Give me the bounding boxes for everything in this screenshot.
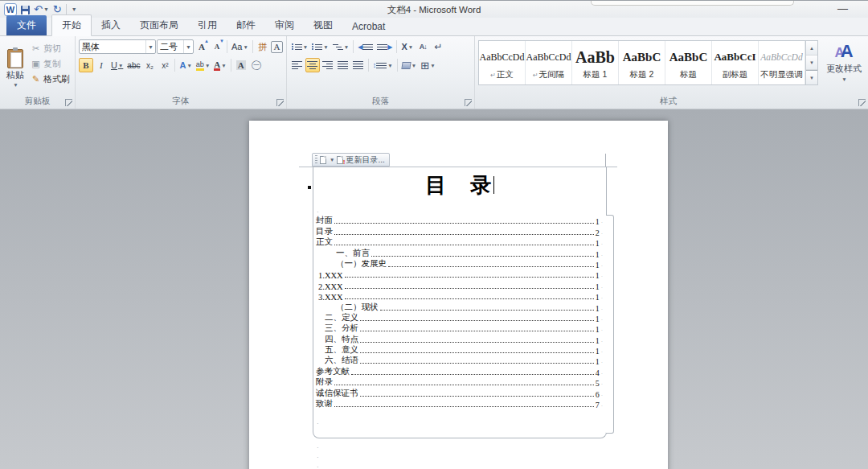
toc-entry-text: 封面 (316, 215, 333, 226)
dot-leader (360, 396, 594, 397)
style-chip-正文[interactable]: AaBbCcDd↵正文 (479, 41, 526, 84)
bullets-button[interactable]: ▼ (290, 39, 309, 54)
text-effects-button[interactable]: A▼ (178, 58, 193, 72)
tab-5[interactable]: 邮件 (227, 15, 265, 35)
justify-button[interactable] (336, 58, 350, 72)
change-styles-icon: AA (834, 43, 853, 63)
toc-entry[interactable]: 诚信保证书6· (316, 388, 603, 398)
toc-entry[interactable]: （二）现状1· (316, 302, 603, 312)
toc-entry[interactable]: 一、前言1· (316, 248, 603, 258)
ribbon-tab-bar: 文件 开始插入页面布局引用邮件审阅视图Acrobat (0, 18, 868, 36)
numbering-button[interactable]: ▼ (310, 39, 330, 54)
toc-entry[interactable]: 致谢7· (316, 399, 603, 409)
document-canvas: ▼ 更新目录... 目 录 · 封面1·目录2·正文1·一、前言1·（一）发展史… (0, 109, 868, 469)
style-chip-无间隔[interactable]: AaBbCcDd↵无间隔 (526, 41, 572, 84)
subscript-button[interactable]: x₂ (142, 58, 157, 72)
shading-button[interactable]: ▼ (400, 58, 418, 72)
change-styles-button[interactable]: AA 更改样式 ▼ (821, 39, 866, 95)
character-border-button[interactable]: A (271, 41, 283, 53)
multilevel-list-button[interactable]: ▼ (331, 39, 350, 54)
align-center-button[interactable] (305, 58, 320, 72)
style-chip-标题[interactable]: AaBbC标题 (665, 41, 712, 84)
style-sample: AaBbCcDd (526, 45, 571, 69)
dot-leader (380, 310, 594, 311)
tab-2[interactable]: 插入 (92, 15, 130, 35)
toc-entry[interactable]: 正文1· (316, 237, 603, 248)
superscript-button[interactable]: x² (158, 58, 172, 72)
increase-indent-button[interactable]: ▶ (375, 39, 394, 54)
dialog-launcher-icon[interactable] (858, 99, 866, 106)
toc-entry[interactable]: 五、意义1· (316, 345, 603, 356)
phonetic-guide-button[interactable]: 拼 (256, 39, 270, 54)
format-painter-button[interactable]: ✎格式刷 (29, 72, 72, 86)
grow-font-button[interactable]: A▲ (194, 39, 209, 54)
style-chip-标题 2[interactable]: AaBbC标题 2 (619, 41, 665, 84)
gallery-scroll-up-icon[interactable]: ▲ (806, 41, 817, 56)
highlight-color-button[interactable]: ab▼ (194, 58, 211, 72)
document-page[interactable]: ▼ 更新目录... 目 录 · 封面1·目录2·正文1·一、前言1·（一）发展史… (249, 121, 668, 469)
strikethrough-button[interactable]: abc (125, 58, 141, 72)
dialog-launcher-icon[interactable] (276, 99, 284, 106)
toc-entry[interactable]: 1.XXX1· (316, 269, 603, 280)
style-chip-不明显强调[interactable]: AaBbCcDd不明显强调 (759, 41, 805, 84)
dialog-launcher-icon[interactable] (465, 99, 472, 106)
distribute-button[interactable] (351, 58, 366, 72)
tab-7[interactable]: 视图 (304, 15, 342, 35)
gallery-more-icon[interactable]: ▼ (806, 70, 817, 84)
underline-button[interactable]: U▼ (109, 58, 125, 72)
copy-button[interactable]: ▣复制 (29, 56, 72, 71)
sort-button[interactable]: A↓ (416, 39, 430, 54)
font-color-button[interactable]: A▼ (212, 58, 227, 72)
toc-entry[interactable]: 目录2· (316, 226, 603, 237)
toc-entry[interactable]: 四、特点1· (316, 334, 603, 344)
minimize-button[interactable]: — (837, 2, 848, 14)
dialog-launcher-icon[interactable] (65, 99, 72, 106)
toc-entry[interactable]: 参考文献4· (316, 366, 603, 376)
highlight-icon: ab (196, 60, 204, 71)
line-spacing-button[interactable]: ↕▼ (371, 58, 395, 72)
tab-4[interactable]: 引用 (188, 15, 227, 35)
tab-8[interactable]: Acrobat (342, 18, 395, 35)
toc-entry[interactable]: 封面1· (316, 216, 603, 226)
show-hide-marks-button[interactable]: ↵ (431, 39, 445, 54)
style-chip-副标题[interactable]: AaBbCcI副标题 (712, 41, 759, 84)
toc-entry[interactable]: 六、结语1· (316, 356, 603, 366)
style-chip-标题 1[interactable]: AaBb标题 1 (572, 41, 619, 84)
chevron-down-icon[interactable]: ▼ (330, 157, 334, 163)
tab-6[interactable]: 审阅 (265, 15, 304, 35)
italic-button[interactable]: I (94, 58, 108, 72)
toc-entry[interactable]: 三、分析1· (316, 323, 603, 334)
paste-label: 粘贴 (6, 69, 24, 81)
drag-grip-icon[interactable] (315, 155, 317, 164)
paste-button[interactable]: 粘贴 ▼ (2, 39, 29, 95)
toc-entry[interactable]: 2.XXX1· (316, 280, 603, 290)
character-shading-button[interactable]: A (234, 58, 248, 72)
align-left-button[interactable] (290, 58, 305, 72)
toc-entry[interactable]: （一）发展史1· (316, 259, 603, 269)
bold-button[interactable]: B (79, 58, 93, 72)
asian-layout-button[interactable]: X▼ (399, 39, 415, 54)
borders-button[interactable]: ⊞▼ (419, 58, 436, 72)
enclose-characters-button[interactable]: ㊀ (249, 58, 264, 72)
align-right-button[interactable] (321, 58, 335, 72)
font-name-combo[interactable]: 黑体▼ (79, 39, 156, 54)
tab-file[interactable]: 文件 (6, 15, 47, 35)
update-toc-button[interactable]: 更新目录... (346, 154, 384, 166)
toc-entry[interactable]: 3.XXX1· (316, 291, 603, 302)
toc-document-icon[interactable] (320, 156, 326, 164)
gallery-scroll-down-icon[interactable]: ▼ (806, 56, 817, 70)
group-styles: AaBbCcDd↵正文AaBbCcDd↵无间隔AaBb标题 1AaBbC标题 2… (475, 36, 868, 109)
change-case-button[interactable]: Aa▼ (230, 39, 250, 54)
toc-title[interactable]: 目 录 (313, 171, 607, 200)
shrink-font-button[interactable]: A▼ (210, 39, 224, 54)
tab-3[interactable]: 页面布局 (130, 15, 188, 35)
cut-button[interactable]: ✂剪切 (29, 41, 72, 56)
font-size-combo[interactable]: 二号▼ (157, 39, 194, 54)
content-control-handle[interactable] (308, 186, 311, 189)
tab-1[interactable]: 开始 (51, 14, 92, 36)
decrease-indent-button[interactable]: ◀ (356, 39, 375, 54)
dot-leader (345, 277, 594, 278)
toc-entry[interactable]: 二、定义1· (316, 313, 603, 323)
toc-entry-text: 六、结语 (316, 355, 358, 366)
toc-entry[interactable]: 附录5· (316, 377, 603, 388)
